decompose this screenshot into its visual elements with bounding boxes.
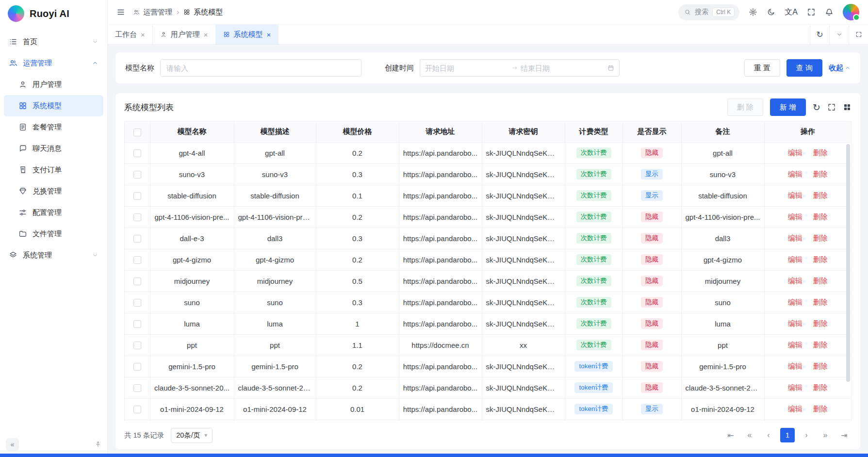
app-logo[interactable]: Ruoyi AI <box>0 0 107 27</box>
row-checkbox[interactable] <box>133 192 141 200</box>
delete-link[interactable]: 删除 <box>813 148 828 157</box>
tab-system-model[interactable]: 系统模型 × <box>216 25 279 44</box>
delete-link[interactable]: 删除 <box>813 234 828 242</box>
row-checkbox[interactable] <box>133 149 141 157</box>
sidebar-subitem[interactable]: 用户管理 <box>4 74 103 95</box>
sidebar-subitem[interactable]: 兑换管理 <box>4 180 103 202</box>
search-input[interactable]: 搜索 Ctrl K <box>678 4 739 20</box>
next-5-pages-button[interactable]: » <box>818 428 833 442</box>
cell-remark: suno-v3 <box>681 163 764 185</box>
row-checkbox[interactable] <box>133 320 141 328</box>
delete-button[interactable]: 删 除 <box>727 98 763 116</box>
col-operation: 操作 <box>764 122 851 142</box>
delete-link[interactable]: 删除 <box>813 212 828 221</box>
delete-link[interactable]: 删除 <box>813 191 828 199</box>
close-icon[interactable]: × <box>267 31 271 38</box>
cell-model-price: 0.2 <box>316 249 399 270</box>
close-icon[interactable]: × <box>141 31 145 38</box>
edit-link[interactable]: 编辑 <box>788 212 802 221</box>
prev-page-button[interactable]: ‹ <box>761 428 776 442</box>
date-range-input[interactable] <box>420 59 620 77</box>
first-page-button[interactable]: ⇤ <box>723 428 738 442</box>
delete-link[interactable]: 删除 <box>813 405 828 413</box>
hamburger-icon[interactable] <box>116 8 125 16</box>
row-checkbox[interactable] <box>133 171 141 179</box>
sidebar-item-system[interactable]: 系统管理 <box>4 245 103 266</box>
page-size-select[interactable]: 20条/页 ▾ <box>171 428 213 443</box>
edit-link[interactable]: 编辑 <box>788 362 802 370</box>
sidebar-subitem[interactable]: 文件管理 <box>4 223 103 245</box>
edit-link[interactable]: 编辑 <box>788 383 802 392</box>
breadcrumb-item-system-model[interactable]: 系统模型 <box>183 8 223 17</box>
delete-link[interactable]: 删除 <box>813 383 828 392</box>
sidebar-item-operations[interactable]: 运营管理 <box>4 52 103 74</box>
edit-link[interactable]: 编辑 <box>788 319 802 327</box>
last-page-button[interactable]: ⇥ <box>837 428 852 442</box>
add-button[interactable]: 新 增 <box>770 98 806 116</box>
sidebar-item-home[interactable]: 首页 <box>4 31 103 52</box>
avatar[interactable] <box>843 4 859 20</box>
end-date-input[interactable] <box>521 64 605 72</box>
sidebar-subitem[interactable]: 聊天消息 <box>4 138 103 159</box>
prev-5-pages-button[interactable]: « <box>742 428 757 442</box>
refresh-icon[interactable]: ↻ <box>813 103 820 112</box>
table-scrollbar[interactable] <box>846 144 850 382</box>
edit-link[interactable]: 编辑 <box>788 277 802 285</box>
sidebar-collapse-button[interactable]: « <box>6 438 19 451</box>
fullscreen-icon[interactable] <box>807 8 816 16</box>
start-date-input[interactable] <box>425 64 509 72</box>
content-fullscreen-icon[interactable] <box>849 25 868 44</box>
select-all-checkbox[interactable] <box>133 129 141 136</box>
visibility-badge: 隐藏 <box>641 254 663 265</box>
delete-link[interactable]: 删除 <box>813 255 828 263</box>
sidebar-subitem[interactable]: 系统模型 <box>4 95 103 116</box>
row-checkbox[interactable] <box>133 277 141 285</box>
edit-link[interactable]: 编辑 <box>788 341 802 349</box>
cell-request-url: https://api.pandarobo... <box>399 185 482 206</box>
row-checkbox[interactable] <box>133 256 141 264</box>
close-icon[interactable]: × <box>204 31 208 38</box>
query-button[interactable]: 查 询 <box>786 59 822 77</box>
delete-link[interactable]: 删除 <box>813 341 828 349</box>
delete-link[interactable]: 删除 <box>813 319 828 327</box>
delete-link[interactable]: 删除 <box>813 170 828 178</box>
translate-icon[interactable]: 文A <box>785 7 798 17</box>
refresh-icon[interactable]: ↻ <box>810 25 829 44</box>
row-checkbox[interactable] <box>133 406 141 413</box>
delete-link[interactable]: 删除 <box>813 298 828 306</box>
next-page-button[interactable]: › <box>799 428 814 442</box>
breadcrumb-item-operations[interactable]: 运营管理 <box>133 8 172 17</box>
edit-link[interactable]: 编辑 <box>788 255 802 263</box>
gear-icon[interactable] <box>749 8 757 16</box>
tab-workbench[interactable]: 工作台 × <box>108 25 153 44</box>
edit-link[interactable]: 编辑 <box>788 170 802 178</box>
edit-link[interactable]: 编辑 <box>788 405 802 413</box>
current-page[interactable]: 1 <box>780 428 795 442</box>
bell-icon[interactable] <box>825 8 834 16</box>
table-fullscreen-icon[interactable] <box>827 103 836 112</box>
edit-link[interactable]: 编辑 <box>788 148 802 157</box>
tab-user-management[interactable]: 用户管理 × <box>153 25 216 44</box>
row-checkbox[interactable] <box>133 342 141 349</box>
pin-icon[interactable] <box>95 441 101 448</box>
chevron-down-icon[interactable] <box>829 25 849 44</box>
row-checkbox[interactable] <box>133 235 141 243</box>
model-name-input[interactable] <box>160 59 361 77</box>
row-checkbox[interactable] <box>133 363 141 371</box>
reset-button[interactable]: 重 置 <box>744 59 780 77</box>
row-checkbox[interactable] <box>133 213 141 221</box>
cell-request-url: https://api.pandarobo... <box>399 398 482 420</box>
sidebar-subitem[interactable]: 配置管理 <box>4 202 103 223</box>
sidebar-subitem[interactable]: 支付订单 <box>4 159 103 180</box>
column-settings-icon[interactable] <box>843 103 852 112</box>
edit-link[interactable]: 编辑 <box>788 191 802 199</box>
moon-icon[interactable] <box>767 8 775 16</box>
sidebar-subitem[interactable]: 套餐管理 <box>4 116 103 138</box>
delete-link[interactable]: 删除 <box>813 277 828 285</box>
row-checkbox[interactable] <box>133 299 141 307</box>
edit-link[interactable]: 编辑 <box>788 298 802 306</box>
delete-link[interactable]: 删除 <box>813 362 828 370</box>
collapse-filter-link[interactable]: 收起 <box>829 64 851 73</box>
row-checkbox[interactable] <box>133 384 141 392</box>
edit-link[interactable]: 编辑 <box>788 234 802 242</box>
